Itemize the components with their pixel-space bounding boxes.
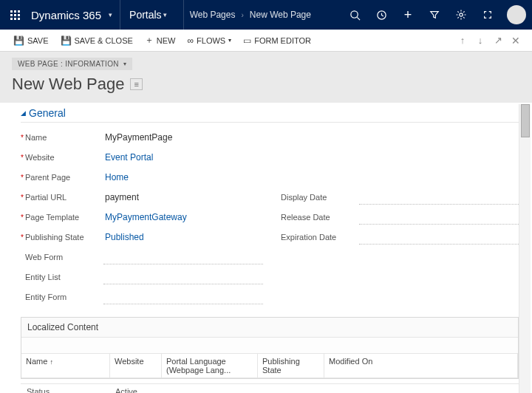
status-value: Active (115, 387, 513, 393)
field-name[interactable]: MyPaymentPage (103, 130, 263, 145)
global-nav: Dynamics 365 ▾ Portals▾ Web Pages › New … (0, 0, 532, 30)
field-web-form[interactable]: . (103, 249, 263, 264)
field-release-date[interactable]: . (359, 209, 519, 225)
save-icon: 💾 (13, 35, 24, 46)
brand-caret-icon[interactable]: ▾ (107, 11, 120, 18)
settings-gear-icon[interactable] (448, 0, 474, 30)
field-display-date[interactable]: . (359, 189, 519, 205)
new-button[interactable]: ＋NEW (139, 34, 182, 47)
label-display-date: Display Date (276, 193, 359, 202)
field-expiration-date[interactable]: . (359, 229, 519, 245)
filter-icon[interactable] (421, 0, 448, 30)
status-footer: Status Active Active 🔒 (21, 383, 519, 393)
save-close-icon: 💾 (61, 35, 72, 46)
flows-button[interactable]: ∞FLOWS▾ (181, 35, 237, 46)
subgrid-toolbar[interactable] (21, 338, 518, 354)
breadcrumb-item[interactable]: New Web Page (244, 10, 317, 20)
expand-icon[interactable] (474, 0, 501, 30)
col-website[interactable]: Website (110, 354, 162, 377)
field-website[interactable]: Event Portal (103, 150, 263, 165)
field-page-template[interactable]: MyPaymentGateway (103, 210, 263, 225)
label-partial-url: Partial URL (21, 193, 103, 202)
scrollbar-thumb[interactable] (521, 104, 530, 137)
label-website: Website (21, 153, 103, 162)
form-selector[interactable]: WEB PAGE : INFORMATION▾ (12, 58, 132, 70)
field-parent-page[interactable]: Home (103, 170, 263, 185)
up-arrow-icon[interactable]: ↑ (454, 35, 471, 46)
col-name[interactable]: Name ↑ (21, 354, 110, 377)
field-entity-form[interactable]: . (103, 289, 263, 304)
down-arrow-icon[interactable]: ↓ (471, 35, 489, 46)
close-icon[interactable]: ✕ (507, 35, 525, 47)
label-web-form: Web Form (21, 253, 103, 262)
subgrid-title: Localized Content (21, 318, 518, 338)
svg-line-1 (357, 17, 360, 20)
col-publishing-state[interactable]: Publishing State (258, 354, 324, 377)
label-entity-list: Entity List (21, 273, 103, 281)
field-publishing-state[interactable]: Published (103, 230, 263, 245)
col-portal-language[interactable]: Portal Language (Webpage Lang... (162, 354, 258, 377)
subgrid-localized-content: Localized Content Name ↑ Website Portal … (21, 317, 519, 379)
search-icon[interactable] (341, 0, 368, 30)
breadcrumb-item[interactable]: Web Pages (184, 10, 242, 20)
form-body: ◢General NameMyPaymentPage WebsiteEvent … (0, 103, 532, 393)
label-publishing-state: Publishing State (21, 233, 103, 242)
recent-icon[interactable] (368, 0, 395, 30)
status-label: Status (27, 387, 115, 393)
command-bar: 💾SAVE 💾SAVE & CLOSE ＋NEW ∞FLOWS▾ ▭FORM E… (0, 30, 532, 52)
user-avatar[interactable] (507, 5, 526, 24)
plus-icon: ＋ (145, 34, 154, 47)
label-name: Name (21, 133, 103, 142)
caret-down-icon: ◢ (21, 109, 26, 117)
form-editor-icon: ▭ (243, 35, 251, 46)
module-dropdown[interactable]: Portals▾ (120, 0, 183, 30)
svg-point-3 (460, 13, 463, 16)
new-icon[interactable]: + (395, 0, 421, 30)
section-general[interactable]: ◢General (21, 103, 519, 123)
brand-label[interactable]: Dynamics 365 (30, 0, 107, 30)
form-editor-button[interactable]: ▭FORM EDITOR (237, 35, 317, 46)
app-launcher-icon[interactable] (0, 0, 30, 30)
save-close-button[interactable]: 💾SAVE & CLOSE (55, 35, 139, 46)
form-header: WEB PAGE : INFORMATION▾ New Web Page≡ (0, 52, 532, 103)
subgrid-header-row: Name ↑ Website Portal Language (Webpage … (21, 354, 518, 378)
scrollbar[interactable] (519, 104, 531, 393)
record-title: New Web Page≡ (12, 75, 520, 94)
label-parent-page: Parent Page (21, 173, 103, 182)
save-button[interactable]: 💾SAVE (7, 35, 55, 46)
label-release-date: Release Date (276, 213, 359, 222)
col-modified-on[interactable]: Modified On (324, 354, 518, 377)
field-partial-url[interactable]: payment (103, 190, 263, 205)
label-page-template: Page Template (21, 213, 103, 222)
label-expiration-date: Expiration Date (276, 233, 359, 242)
popout-icon[interactable]: ↗ (489, 35, 507, 46)
svg-point-0 (350, 10, 357, 17)
label-entity-form: Entity Form (21, 293, 103, 301)
sort-asc-icon: ↑ (50, 358, 53, 366)
field-entity-list[interactable]: . (103, 269, 263, 284)
flow-icon: ∞ (187, 35, 194, 46)
title-menu-icon[interactable]: ≡ (130, 78, 142, 90)
